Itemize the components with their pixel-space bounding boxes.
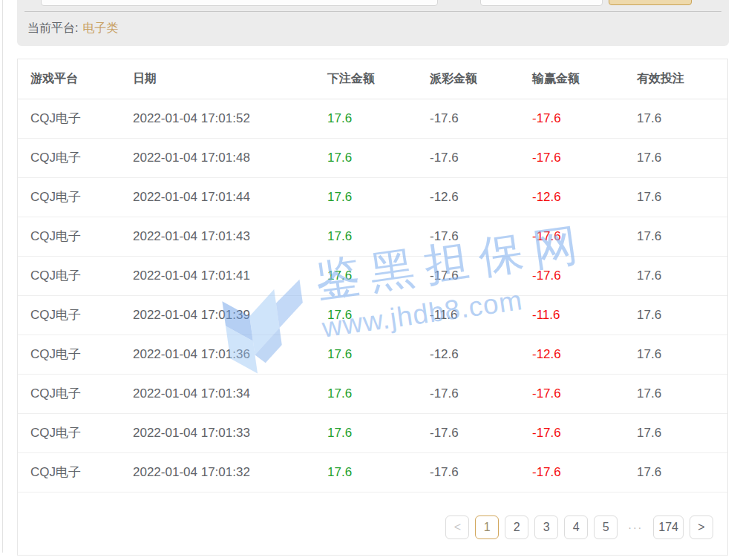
- header-winloss-amount: 输赢金额: [520, 59, 624, 99]
- cell-winloss-amount: -17.6: [520, 452, 624, 492]
- current-platform-label: 当前平台:: [27, 22, 78, 34]
- table-row: CQJ电子 2022-01-04 17:01:34 17.6 -17.6 -17…: [18, 374, 727, 413]
- cell-payout-amount: -17.6: [417, 138, 520, 177]
- table-row: CQJ电子 2022-01-04 17:01:48 17.6 -17.6 -17…: [18, 138, 727, 177]
- table-row: CQJ电子 2022-01-04 17:01:43 17.6 -17.6 -17…: [18, 217, 727, 256]
- cell-date: 2022-01-04 17:01:39: [120, 295, 315, 335]
- cell-valid-bet: 17.6: [624, 99, 727, 138]
- cell-date: 2022-01-04 17:01:33: [120, 413, 315, 452]
- cell-winloss-amount: -17.6: [520, 99, 624, 138]
- cell-bet-amount: 17.6: [315, 138, 417, 177]
- cell-date: 2022-01-04 17:01:32: [120, 452, 315, 492]
- page-button-2[interactable]: 2: [505, 515, 528, 539]
- cell-bet-amount: 17.6: [315, 256, 417, 295]
- cell-bet-amount: 17.6: [315, 99, 417, 138]
- table-row: CQJ电子 2022-01-04 17:01:39 17.6 -11.6 -11…: [18, 295, 727, 335]
- cell-platform: CQJ电子: [18, 452, 120, 492]
- header-valid-bet: 有效投注: [624, 59, 727, 99]
- cell-date: 2022-01-04 17:01:36: [120, 335, 315, 374]
- cell-bet-amount: 17.6: [315, 452, 417, 492]
- cell-platform: CQJ电子: [18, 217, 120, 256]
- header-game-platform: 游戏平台: [18, 59, 120, 99]
- cell-bet-amount: 17.6: [315, 374, 417, 413]
- cell-bet-amount: 17.6: [315, 295, 417, 335]
- cell-valid-bet: 17.6: [624, 374, 727, 413]
- current-platform: 当前平台:电子类: [27, 21, 118, 36]
- table-row: CQJ电子 2022-01-04 17:01:33 17.6 -17.6 -17…: [18, 413, 727, 452]
- cell-winloss-amount: -17.6: [520, 256, 624, 295]
- cell-valid-bet: 17.6: [624, 413, 727, 452]
- cell-platform: CQJ电子: [18, 138, 120, 177]
- left-divider: [2, 0, 3, 553]
- cell-valid-bet: 17.6: [624, 256, 727, 295]
- table-header-row: 游戏平台 日期 下注金额 派彩金额 输赢金额 有效投注: [18, 59, 727, 99]
- cell-bet-amount: 17.6: [315, 335, 417, 374]
- header-bet-amount: 下注金额: [315, 59, 417, 99]
- cell-valid-bet: 17.6: [624, 335, 727, 374]
- cell-valid-bet: 17.6: [624, 295, 727, 335]
- cell-date: 2022-01-04 17:01:43: [120, 217, 315, 256]
- cell-valid-bet: 17.6: [624, 138, 727, 177]
- cell-valid-bet: 17.6: [624, 452, 727, 492]
- header-date: 日期: [120, 59, 315, 99]
- chevron-left-icon[interactable]: <: [445, 515, 469, 539]
- table-row: CQJ电子 2022-01-04 17:01:32 17.6 -17.6 -17…: [18, 452, 727, 492]
- cell-date: 2022-01-04 17:01:34: [120, 374, 315, 413]
- page-button-3[interactable]: 3: [534, 515, 558, 539]
- cell-platform: CQJ电子: [18, 335, 120, 374]
- cell-platform: CQJ电子: [18, 177, 120, 217]
- table-row: CQJ电子 2022-01-04 17:01:41 17.6 -17.6 -17…: [18, 256, 727, 295]
- cell-payout-amount: -17.6: [417, 452, 520, 492]
- page-button-4[interactable]: 4: [564, 515, 588, 539]
- current-platform-link[interactable]: 电子类: [82, 22, 118, 34]
- cell-payout-amount: -17.6: [417, 256, 520, 295]
- cell-bet-amount: 17.6: [315, 217, 417, 256]
- cell-platform: CQJ电子: [18, 256, 120, 295]
- cell-winloss-amount: -17.6: [520, 374, 624, 413]
- cell-platform: CQJ电子: [18, 295, 120, 335]
- page-button-last[interactable]: 174: [653, 515, 684, 539]
- cell-date: 2022-01-04 17:01:44: [120, 177, 315, 217]
- cell-date: 2022-01-04 17:01:52: [120, 99, 315, 138]
- cell-winloss-amount: -12.6: [520, 177, 624, 217]
- cell-payout-amount: -17.6: [417, 99, 520, 138]
- cell-winloss-amount: -11.6: [520, 295, 624, 335]
- table-row: CQJ电子 2022-01-04 17:01:36 17.6 -12.6 -12…: [18, 335, 727, 374]
- cell-payout-amount: -17.6: [417, 217, 520, 256]
- cell-payout-amount: -12.6: [417, 177, 520, 217]
- cell-platform: CQJ电子: [18, 413, 120, 452]
- cell-valid-bet: 17.6: [624, 217, 727, 256]
- ellipsis-icon: ···: [623, 515, 647, 539]
- cell-payout-amount: -12.6: [417, 335, 520, 374]
- date-range-input[interactable]: [41, 0, 438, 6]
- table-row: CQJ电子 2022-01-04 17:01:44 17.6 -12.6 -12…: [18, 177, 727, 217]
- header-payout-amount: 派彩金额: [417, 59, 520, 99]
- cell-payout-amount: -11.6: [417, 295, 520, 335]
- filter-panel: 当前平台:电子类: [17, 0, 729, 46]
- cell-payout-amount: -17.6: [417, 374, 520, 413]
- search-button[interactable]: [609, 0, 692, 5]
- cell-payout-amount: -17.6: [417, 413, 520, 452]
- cell-bet-amount: 17.6: [315, 177, 417, 217]
- records-table: 游戏平台 日期 下注金额 派彩金额 输赢金额 有效投注 CQJ电子 2022-0…: [18, 59, 727, 493]
- chevron-right-icon[interactable]: >: [690, 515, 713, 539]
- cell-winloss-amount: -17.6: [520, 413, 624, 452]
- cell-valid-bet: 17.6: [624, 177, 727, 217]
- cell-winloss-amount: -12.6: [520, 335, 624, 374]
- pagination: < 1 2 3 4 5 ··· 174 >: [18, 500, 727, 555]
- page-button-1[interactable]: 1: [475, 515, 499, 539]
- cell-winloss-amount: -17.6: [520, 138, 624, 177]
- cell-winloss-amount: -17.6: [520, 217, 624, 256]
- page-button-5[interactable]: 5: [594, 515, 618, 539]
- cell-date: 2022-01-04 17:01:41: [120, 256, 315, 295]
- records-card: 游戏平台 日期 下注金额 派彩金额 输赢金额 有效投注 CQJ电子 2022-0…: [17, 59, 728, 556]
- cell-platform: CQJ电子: [18, 99, 120, 138]
- page: 当前平台:电子类 游戏平台 日期 下注金额 派彩金额 输赢金额 有效投注 CQJ…: [0, 0, 740, 560]
- cell-date: 2022-01-04 17:01:48: [120, 138, 315, 177]
- cell-platform: CQJ电子: [18, 374, 120, 413]
- panel-divider: [24, 11, 721, 12]
- table-row: CQJ电子 2022-01-04 17:01:52 17.6 -17.6 -17…: [18, 99, 727, 138]
- filter-select[interactable]: [480, 0, 603, 6]
- cell-bet-amount: 17.6: [315, 413, 417, 452]
